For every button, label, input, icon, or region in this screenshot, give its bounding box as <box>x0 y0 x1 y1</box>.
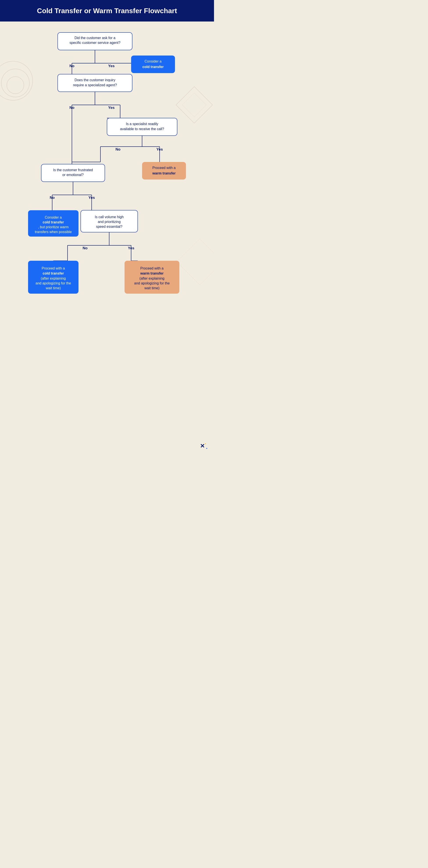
svg-text:(after explaining: (after explaining <box>41 277 66 280</box>
svg-text:Yes: Yes <box>108 105 114 110</box>
svg-text:Proceed with a: Proceed with a <box>140 267 164 270</box>
svg-text:Yes: Yes <box>108 64 114 68</box>
svg-rect-39 <box>142 162 186 180</box>
svg-text:speed essential?: speed essential? <box>96 225 122 228</box>
svg-text:available to receive the call?: available to receive the call? <box>120 127 164 131</box>
svg-text:cold transfer: cold transfer <box>43 272 64 275</box>
svg-text:wait time): wait time) <box>144 286 159 290</box>
flowchart: Did the customer ask for a specific cust… <box>24 30 190 441</box>
svg-text:Does the customer inquiry: Does the customer inquiry <box>74 78 115 82</box>
svg-text:Is call volume high: Is call volume high <box>95 215 124 219</box>
svg-text:or emotional?: or emotional? <box>63 173 84 177</box>
svg-text:specific customer service agen: specific customer service agent? <box>69 41 120 44</box>
logo-dot1: ● <box>205 442 206 445</box>
header-title: Cold Transfer or Warm Transfer Flowchart <box>37 7 177 15</box>
svg-text:transfers when possible: transfers when possible <box>35 230 72 234</box>
svg-text:, but prioritize warm: , but prioritize warm <box>38 225 69 229</box>
svg-text:warm transfer: warm transfer <box>152 172 176 175</box>
logo-dot2: ● <box>206 447 207 450</box>
svg-text:require a specialized agent?: require a specialized agent? <box>73 83 117 87</box>
svg-text:Consider a: Consider a <box>144 60 161 63</box>
svg-text:Proceed with a: Proceed with a <box>153 166 176 169</box>
svg-text:Is the customer frustrated: Is the customer frustrated <box>53 168 93 172</box>
svg-text:warm transfer: warm transfer <box>140 272 164 275</box>
svg-text:cold transfer: cold transfer <box>43 220 64 224</box>
svg-text:and apologizing for the: and apologizing for the <box>134 281 170 285</box>
header: Cold Transfer or Warm Transfer Flowchart <box>0 0 214 22</box>
svg-text:Consider a: Consider a <box>45 216 62 219</box>
svg-text:No: No <box>83 246 88 250</box>
logo-symbol: ✕ <box>200 443 205 449</box>
svg-text:Did the customer ask for a: Did the customer ask for a <box>74 36 116 40</box>
svg-text:wait time): wait time) <box>45 286 61 290</box>
svg-rect-15 <box>58 74 132 92</box>
svg-rect-12 <box>131 56 175 73</box>
svg-text:cold transfer: cold transfer <box>142 65 164 69</box>
svg-text:(after explaining: (after explaining <box>139 277 164 280</box>
svg-rect-26 <box>107 118 177 136</box>
svg-text:Proceed with a: Proceed with a <box>42 267 65 270</box>
svg-text:Is a specialist readily: Is a specialist readily <box>126 122 158 126</box>
svg-text:No: No <box>116 147 121 151</box>
svg-text:and prioritizing: and prioritizing <box>98 220 121 224</box>
logo: ✕●● <box>200 442 207 450</box>
svg-text:and apologizing for the: and apologizing for the <box>35 281 71 285</box>
